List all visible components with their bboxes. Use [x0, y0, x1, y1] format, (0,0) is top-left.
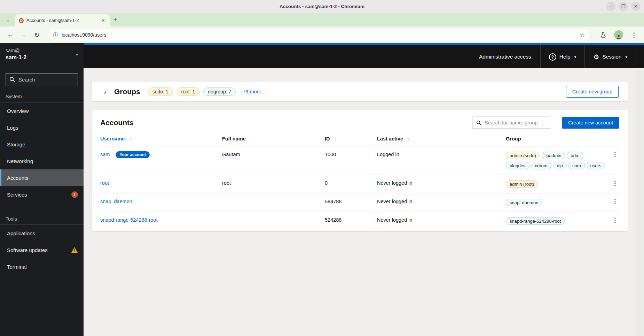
sidebar-item-label: Overview	[7, 108, 29, 114]
column-label: Full name	[222, 136, 246, 142]
group-badge[interactable]: admin (root)	[506, 180, 538, 188]
group-badge[interactable]: sam	[568, 162, 585, 169]
back-button[interactable]: ←	[5, 29, 16, 40]
create-new-account-button[interactable]: Create new account	[562, 117, 619, 129]
tab-close-button[interactable]: ✕	[100, 18, 107, 23]
sidebar-item-software-updates[interactable]: Software updates!	[0, 242, 84, 258]
column-header-username[interactable]: Username↑	[100, 131, 222, 146]
table-row: snap_daemon584788Never logged insnap_dae…	[100, 193, 619, 212]
id-cell: 0	[325, 175, 377, 193]
group-badge[interactable]: lpadmin	[542, 152, 565, 159]
new-tab-button[interactable]: +	[110, 15, 120, 25]
accounts-card: Accounts Create new account Username↑Ful…	[92, 110, 628, 231]
row-actions-cell: ⋮	[607, 212, 619, 230]
reload-button[interactable]: ↻	[31, 29, 42, 40]
session-menu-button[interactable]: ⚙ Session ▾	[585, 45, 636, 68]
group-badge[interactable]: users	[587, 162, 605, 169]
session-label: Session	[602, 54, 621, 60]
sidebar-item-applications[interactable]: Applications	[0, 225, 84, 242]
row-menu-button[interactable]: ⋮	[612, 199, 618, 205]
masthead-end-pad	[636, 45, 644, 68]
person-icon	[616, 34, 621, 39]
star-icon: ☆	[580, 32, 585, 38]
column-header-last-active[interactable]: Last active↕	[377, 131, 506, 146]
username-link[interactable]: sam	[100, 152, 110, 157]
sidebar: sam@ sam-1-2 ▾ SystemOverviewLogsStorage…	[0, 43, 84, 336]
id-cell: 584788	[325, 193, 377, 212]
browser-menu-button[interactable]: ⋮	[629, 30, 639, 40]
close-button[interactable]: ✕	[631, 2, 641, 11]
create-new-group-button[interactable]: Create new group	[566, 86, 619, 98]
group-badge[interactable]: cdrom	[531, 162, 551, 169]
back-arrow-icon: ←	[7, 31, 14, 38]
experiments-button[interactable]	[598, 30, 608, 40]
id-cell: 1000	[325, 146, 377, 175]
username-link[interactable]: root	[100, 180, 109, 186]
url-bar[interactable]: ⓘ localhost:9090/users ☆	[48, 29, 590, 41]
sidebar-item-services[interactable]: Services!	[0, 186, 84, 203]
groups-expand-button[interactable]: ›	[101, 88, 109, 96]
sidebar-item-label: Storage	[7, 142, 25, 147]
minimize-button[interactable]: –	[606, 2, 615, 11]
row-menu-button[interactable]: ⋮	[612, 180, 618, 186]
administrative-access-button[interactable]: Administrative access	[470, 45, 540, 68]
host-name-label: sam-1-2	[6, 54, 78, 61]
group-badge[interactable]: dip	[553, 162, 567, 169]
column-label: Group	[506, 136, 521, 142]
group-count-badge[interactable]: nogroup: 7	[203, 87, 236, 96]
group-badge[interactable]: admin (sudo)	[506, 152, 540, 159]
sidebar-search-input[interactable]	[6, 73, 78, 86]
gear-icon: ⚙	[593, 53, 599, 61]
column-header-actions	[607, 131, 619, 146]
group-badge[interactable]: adm	[567, 152, 583, 159]
sidebar-item-networking[interactable]: Networking	[0, 153, 84, 169]
sidebar-item-overview[interactable]: Overview	[0, 102, 84, 119]
table-row: rootroot0Never logged inadmin (root)⋮	[100, 175, 619, 193]
sidebar-item-label: Terminal	[7, 264, 27, 270]
username-link[interactable]: snapd-range-524288-root	[100, 217, 157, 223]
chevron-down-icon: ▾	[574, 55, 576, 59]
close-icon: ✕	[101, 18, 105, 23]
more-groups-link[interactable]: 79 more...	[243, 89, 265, 94]
group-badge[interactable]: plugdev	[506, 162, 529, 169]
group-badge[interactable]: snapd-range-524288-root	[506, 217, 565, 225]
site-info-icon[interactable]: ⓘ	[53, 32, 58, 38]
window-titlebar: Accounts - sam@sam-1-2 - Chromium – ❐ ✕	[0, 0, 644, 13]
main-area: Administrative access ? Help ▾ ⚙ Session…	[84, 43, 644, 336]
sidebar-item-storage[interactable]: Storage	[0, 136, 84, 153]
tab-search-button[interactable]: ⌄	[3, 15, 13, 25]
sidebar-item-logs[interactable]: Logs	[0, 119, 84, 136]
full-name-cell	[222, 193, 325, 212]
close-icon: ✕	[634, 4, 638, 9]
help-menu-button[interactable]: ? Help ▾	[541, 45, 584, 68]
row-menu-button[interactable]: ⋮	[612, 217, 618, 223]
group-count-badge[interactable]: root: 1	[177, 87, 200, 96]
bookmark-star-button[interactable]: ☆	[580, 31, 585, 39]
chevron-down-icon: ▾	[76, 52, 78, 57]
profile-button[interactable]	[613, 30, 624, 40]
sidebar-item-label: Software updates	[7, 247, 48, 253]
column-header-full-name[interactable]: Full name↕	[222, 131, 325, 146]
search-icon	[476, 120, 481, 125]
forward-arrow-icon: →	[21, 31, 27, 38]
sidebar-search	[6, 73, 78, 86]
avatar	[614, 30, 623, 39]
maximize-button[interactable]: ❐	[619, 2, 628, 11]
group-badges: snapd-range-524288-root	[506, 217, 606, 225]
username-link[interactable]: snap_daemon	[100, 199, 132, 204]
row-menu-button[interactable]: ⋮	[612, 152, 618, 158]
sidebar-item-accounts[interactable]: Accounts	[0, 169, 84, 186]
browser-tab[interactable]: Accounts - sam@sam-1-2 ✕	[15, 14, 110, 26]
accounts-header: Accounts Create new account	[100, 116, 619, 129]
chevron-right-icon: ›	[104, 88, 107, 96]
sidebar-item-terminal[interactable]: Terminal	[0, 258, 84, 275]
host-switcher[interactable]: sam@ sam-1-2 ▾	[0, 43, 84, 66]
username-cell: samYour account	[100, 146, 222, 175]
group-count-badge[interactable]: sudo: 1	[148, 87, 173, 96]
column-header-id[interactable]: ID↕	[325, 131, 377, 146]
page-scrollbar[interactable]	[636, 70, 644, 336]
group-badge[interactable]: snap_daemon	[506, 199, 542, 206]
accounts-search-input[interactable]	[472, 116, 550, 129]
last-active-cell: Logged in	[377, 146, 506, 175]
forward-button[interactable]: →	[18, 29, 29, 40]
